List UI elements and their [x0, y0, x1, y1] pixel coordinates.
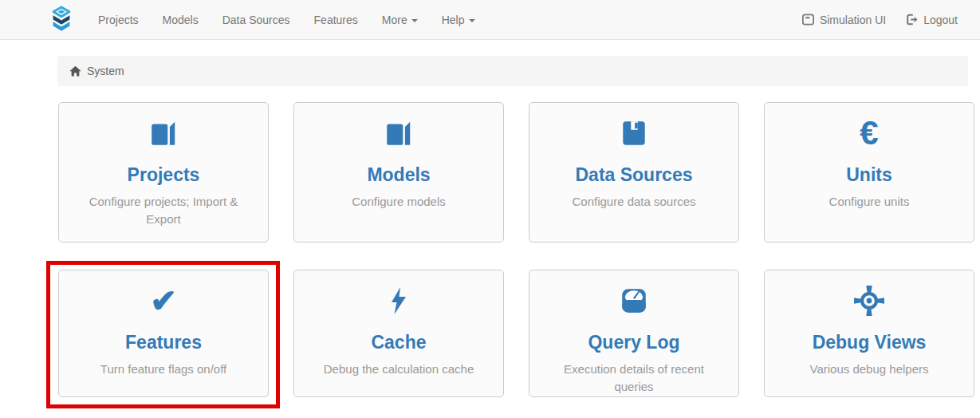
tile-description: Debug the calculation cache: [309, 361, 489, 378]
tile-cache[interactable]: Cache Debug the calculation cache: [293, 270, 504, 397]
nav-item-models[interactable]: Models: [151, 2, 211, 38]
nav-item-label: Data Sources: [222, 14, 290, 26]
tile-description: Turn feature flags on/off: [73, 361, 254, 378]
nav-list-item: Help: [430, 2, 487, 38]
breadcrumb-label: System: [87, 65, 124, 77]
euro-icon: €: [765, 115, 974, 152]
tile-title: Models: [294, 164, 503, 186]
caret-down-icon: [469, 19, 475, 22]
navbar-left: ProjectsModelsData SourcesFeaturesMoreHe…: [0, 2, 487, 38]
nav-item-label: More: [382, 14, 407, 26]
scale-icon: [529, 282, 738, 319]
top-navbar: ProjectsModelsData SourcesFeaturesMoreHe…: [0, 0, 980, 40]
nav-item-simulation-ui[interactable]: Simulation UI: [792, 1, 895, 38]
system-tiles-grid: Projects Configure projects; Import & Ex…: [58, 102, 980, 397]
nav-list-item: Features: [302, 2, 370, 38]
navbar-right: Simulation UILogout: [792, 1, 980, 38]
nav-item-label: Simulation UI: [820, 14, 886, 26]
nav-item-logout[interactable]: Logout: [895, 1, 958, 38]
nav-item-label: Features: [314, 14, 358, 26]
tile-data-sources[interactable]: Data Sources Configure data sources: [529, 102, 739, 243]
home-icon[interactable]: [69, 65, 81, 77]
tile-description: Various debug helpers: [779, 361, 959, 378]
tile-title: Projects: [59, 164, 268, 186]
layers-logo-icon: [48, 6, 75, 34]
nav-item-projects[interactable]: Projects: [86, 2, 151, 38]
flash-icon: [294, 282, 503, 319]
app-logo[interactable]: [48, 6, 75, 34]
tile-description: Configure data sources: [544, 193, 724, 211]
nav-list-item: More: [370, 2, 430, 38]
nav-item-help[interactable]: Help: [430, 2, 487, 38]
tile-projects[interactable]: Projects Configure projects; Import & Ex…: [58, 102, 269, 243]
nav-item-label: Models: [163, 14, 199, 26]
nav-item-label: Help: [442, 14, 465, 26]
book-icon: [294, 115, 503, 152]
nav-item-label: Projects: [98, 14, 139, 26]
book-icon: [59, 115, 268, 152]
nav-list-item: Data Sources: [211, 2, 302, 38]
tile-title: Query Log: [529, 332, 738, 353]
nav-item-features[interactable]: Features: [302, 2, 370, 38]
tile-description: Configure projects; Import & Export: [73, 193, 254, 228]
nav-item-label: Logout: [923, 14, 958, 26]
caret-down-icon: [411, 19, 418, 22]
tile-query-log[interactable]: Query Log Execution details of recent qu…: [529, 270, 739, 397]
tile-title: Cache: [294, 332, 503, 353]
tile-description: Execution details of recent queries: [544, 361, 724, 396]
nav-list-item: Projects: [86, 2, 151, 38]
floppy-disk-icon: [529, 115, 738, 152]
tile-description: Configure units: [779, 193, 959, 211]
tile-units[interactable]: € Units Configure units: [764, 102, 974, 243]
breadcrumb: System: [57, 56, 968, 86]
nav-item-data-sources[interactable]: Data Sources: [211, 2, 302, 38]
nav-list-item: Models: [151, 2, 211, 38]
check-icon: ✔: [59, 282, 268, 319]
tile-title: Features: [59, 332, 268, 353]
logout-icon: [905, 13, 919, 26]
tile-debug-views[interactable]: Debug Views Various debug helpers: [764, 270, 974, 397]
tile-title: Debug Views: [765, 332, 974, 353]
nav-item-more[interactable]: More: [370, 2, 430, 38]
crosshairs-icon: [765, 282, 974, 319]
tile-models[interactable]: Models Configure models: [293, 102, 504, 243]
tile-features[interactable]: ✔ Features Turn feature flags on/off: [58, 270, 269, 397]
tile-description: Configure models: [309, 193, 489, 211]
tile-title: Data Sources: [529, 164, 738, 186]
tile-title: Units: [765, 164, 974, 186]
navbar-menu: ProjectsModelsData SourcesFeaturesMoreHe…: [86, 2, 487, 38]
modal-window-icon: [801, 13, 815, 26]
